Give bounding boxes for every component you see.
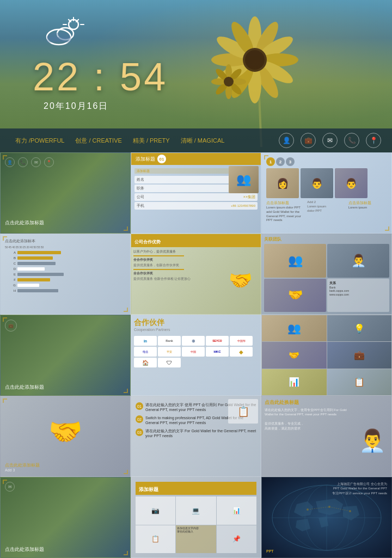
slide6-title: 关联团队 [264,236,389,242]
slide12-title: 点击此处换标题 [265,399,389,406]
slide11-num3: 03 [136,428,143,436]
slide-9: 👥 💡 🤝 💼 📊 📋 [261,315,392,396]
slide1-location-icon: 📍 [44,157,54,167]
nav-item-magical[interactable]: 清晰 / MAGICAL [176,134,229,147]
slide2-field2: 职务 [137,186,144,191]
slide-11: 📋 01 请在此处输入您的文字 使用 PPT 会引用到 For Gold Wal… [131,396,261,477]
slide-15: 上海驰宏广告有限公司 全心全意为PPT Gold Wallet for the … [261,477,392,558]
partner-diamond: ◆ [230,347,253,357]
slide2-field3: 公司 [137,194,144,200]
slide7-briefcase-icon: 💼 [5,320,17,332]
slide-10: 🤝 点击此处添加标题 Add 3 [0,396,131,477]
nav-icon-phone[interactable]: 📞 [344,133,359,148]
flower-decoration [174,0,338,147]
slide3-num3: 3 [286,157,295,166]
slide1-phone-icon: 📞 [18,157,28,167]
slide2-badge: 01 [157,155,166,163]
slide-2: 添加标题 01 添加标题 姓名张×× 职务总经理 公司××集团 手机+86 12… [131,152,261,234]
svg-point-14 [245,50,265,70]
slide14-title: 添加标题 [139,487,158,492]
partner-ping: 平安 [158,347,181,357]
slide3-photo1: 👩 [266,168,299,198]
slide11-num2: 02 [136,415,143,423]
slide13-mail-icon: ✉ [5,482,15,492]
slide1-mail-icon: ✉ [31,157,41,167]
slide3-photo3: 👨 [335,168,367,198]
svg-point-33 [47,33,71,41]
partner-telecom: 电信 [134,347,157,357]
partner-home: 🏠 [134,358,157,367]
nav-item-prety[interactable]: 精美 / PRETY [128,134,174,147]
slide-7: 💼 点击此处添加标题 [0,315,131,396]
weather-icon [44,16,87,53]
partner-seyco: SEYCO [206,336,229,346]
nav-icon-briefcase[interactable]: 💼 [301,133,316,148]
slide8-title: 合作伙伴 [134,318,170,328]
slide15-text: 上海驰宏广告有限公司 全心全意为PPT Gold Wallet for the … [332,482,387,495]
nav-item-powerful[interactable]: 有力 /POWERFUL [11,134,69,147]
nav-icons: 👤 💼 ✉ 📞 📍 [279,133,381,148]
slide3-photo2: 👨 [301,168,333,198]
partner-vw: ⊕ [182,336,205,346]
slide10-title: 点击此处添加标题 [5,462,126,468]
slide8-subtitle: Cooperation Partners [134,328,170,332]
svg-point-42 [328,506,330,508]
slides-grid: 👤 📞 ✉ 📍 点击此处添加标题 添加标题 01 添加标题 姓名张×× 职务总经… [0,152,392,558]
slide-1: 👤 📞 ✉ 📍 点击此处添加标题 [0,152,131,234]
svg-point-23 [224,77,234,87]
slide-13: ✉ 点击此处添加标题 [0,477,131,558]
partner-bank: Bank [158,336,181,346]
slide3-num1: 1 [266,157,275,166]
slide-3: 1 2 3 👩 👨 👨 点击添加标题 Lorem ipsum dolor PPT… [261,152,392,234]
slide5-title: 公司合作优势 [134,240,161,244]
slide1-person-icon: 👤 [5,157,15,167]
partner-cn1: 中国华 [230,336,253,346]
slide7-title: 点击此处添加标题 [5,384,126,391]
slide-12: 点击此处换标题 请在此处输入您的文字，使用专业PPT会引用到 For Gold … [261,396,392,477]
nav-icon-location[interactable]: 📍 [366,133,381,148]
slide2-header: 添加标题 01 [131,153,261,165]
slide-6: 关联团队 👥 👨‍💼 🤝 关系 Bankbank.sspps.comwww.ss… [261,234,392,315]
slide13-title: 点击此处添加标题 [5,546,126,553]
slide2-field1: 姓名 [137,177,144,182]
slide4-title: 点击此处添加标本 [5,238,126,244]
slide1-title: 点击此处添加标题 [5,219,126,226]
slide-4: 点击此处添加标本 50 45 40 35 30 25 20 40 50 55 5… [0,234,131,315]
date-display: 20年10月16日 [44,101,108,112]
nav-icon-envelope[interactable]: ✉ [322,133,338,148]
slide3-num2: 2 [276,157,285,166]
slide15-ppt-label: PPT [266,549,274,553]
slide-5: 公司合作优势 以客户为中心，提供优质服务 全合作伙伴奖 提供优质服务，创新合作伙… [131,234,261,315]
slide11-text3: 请在此处输入您的文字 For Gold Wallet for the Gener… [145,428,256,438]
time-display: 22 : 54 [33,54,168,99]
partner-cn2: 中国 [182,347,205,357]
svg-point-41 [307,508,309,511]
nav-icon-person[interactable]: 👤 [279,133,294,148]
slide12-text: 请在此处输入您的文字，使用专业PPT会引用到 For Gold Wallet f… [265,408,354,431]
partner-linkedin: in [134,336,157,346]
slide-14: 添加标题 📷 💻 📊 📋 添加信息文字内容请在此处输入 📌 [131,477,261,558]
partner-hkc: HKC [206,347,229,357]
nav-item-creative[interactable]: 创意 / CREATIVE [71,134,126,147]
svg-point-43 [349,510,351,512]
slide2-field4: 手机 [137,203,144,209]
partner-shield: 🛡 [158,358,181,367]
navigation-bar: 有力 /POWERFUL 创意 / CREATIVE 精美 / PRETY 清晰… [0,128,392,152]
slide-8: 合作伙伴 Cooperation Partners in Bank ⊕ SEYC… [131,315,261,396]
slide11-num1: 01 [136,402,143,410]
hero-section: 22 : 54 20年10月16日 有力 /POWERFUL 创意 / CREA… [0,0,392,152]
